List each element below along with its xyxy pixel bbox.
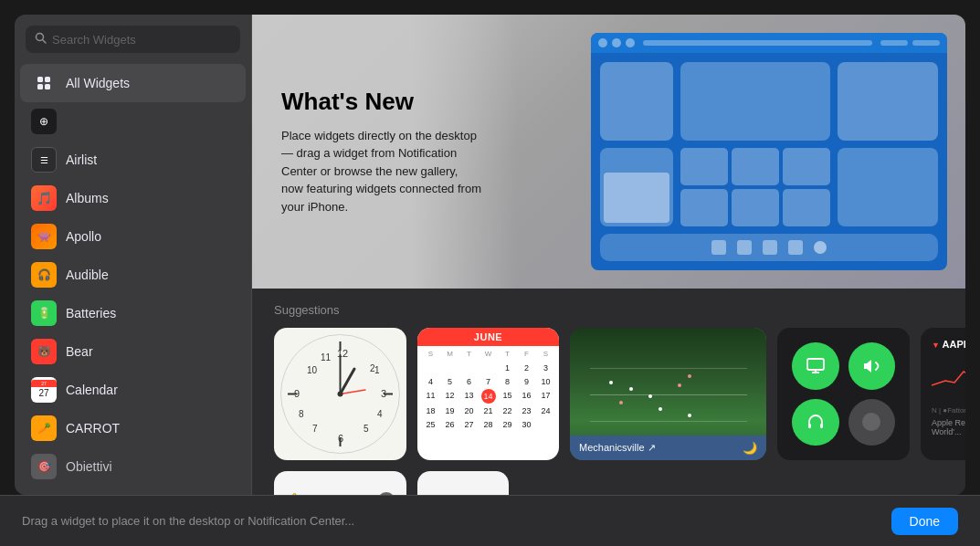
apollo-icon: 👾	[31, 224, 57, 249]
hero-section: What's New Place widgets directly on the…	[252, 15, 965, 289]
control-monitor[interactable]	[792, 342, 839, 390]
svg-text:3: 3	[381, 388, 386, 399]
sidebar-item-audible[interactable]: 🎧 Audible	[20, 256, 246, 294]
sidebar-item-audible-label: Audible	[66, 268, 109, 282]
monitor-icon	[806, 356, 826, 376]
carrot-icon: 🥕	[31, 415, 57, 441]
mockup-widget-1	[600, 62, 673, 141]
stocks-description: Apple Retains Crown as World'...	[932, 418, 965, 436]
clock-face-svg: 12 6 9 3 2 11 10 8 7 5 4 1	[274, 328, 406, 460]
sidebar-item-albums-label: Albums	[66, 191, 109, 205]
svg-point-26	[338, 392, 343, 397]
stocks-chart	[932, 353, 965, 403]
weather-moon-icon: 🌙	[743, 441, 757, 455]
sidebar-list: All Widgets ⊕ ☰ Airlist 🎵	[15, 64, 251, 484]
sidebar-item-calendar[interactable]: 27 27 Calendar	[20, 371, 246, 409]
stocks-header: ▼ AAPL 183.31	[932, 339, 965, 350]
footer-instruction: Drag a widget to place it on the desktop…	[22, 514, 354, 528]
calendar-widget[interactable]: JUNE S M T W T F S . . .	[417, 328, 559, 460]
calendar-icon: 27 27	[31, 377, 57, 403]
mockup-titlebar	[591, 33, 947, 53]
svg-rect-4	[37, 84, 43, 89]
sidebar-item-obiettivi[interactable]: 🎯 Obiettivi	[20, 447, 246, 484]
svg-rect-5	[45, 84, 50, 89]
stocks-widget[interactable]: ▼ AAPL 183.31 N | ●Fattoriale Apple Reta…	[921, 328, 965, 460]
stocks-sparkline	[932, 353, 965, 399]
svg-rect-3	[45, 77, 50, 82]
suggestions-title: Suggestions	[274, 303, 943, 317]
main-container: All Widgets ⊕ ☰ Airlist 🎵	[15, 15, 965, 495]
svg-text:6: 6	[338, 433, 343, 444]
svg-text:11: 11	[321, 352, 332, 362]
svg-text:5: 5	[364, 424, 369, 434]
svg-text:10: 10	[307, 365, 318, 375]
sidebar-item-batteries[interactable]: 🔋 Batteries	[20, 294, 246, 332]
stocks-down-icon: ▼	[932, 341, 940, 350]
stocks-source: N | ●Fattoriale	[932, 406, 965, 415]
hero-description: Place widgets directly on the desktop — …	[281, 127, 482, 216]
video-widget[interactable]: Mechanicsville ↗ 🌙	[570, 328, 766, 460]
desktop-mockup	[591, 33, 947, 270]
search-container	[15, 26, 251, 64]
main-content: What's New Place widgets directly on the…	[252, 15, 965, 495]
sidebar-item-airlist[interactable]: ☰ Airlist	[20, 141, 246, 179]
mockup-widget-2	[680, 62, 830, 141]
suggestions-row-2: 🔔 Reminders 0	[274, 471, 943, 495]
search-icon	[35, 31, 47, 47]
albums-icon: 🎵	[31, 185, 57, 211]
sidebar-item-apollo-label: Apollo	[66, 229, 101, 244]
suggestions-section: Suggestions 12	[252, 289, 965, 495]
clock-widget[interactable]: 12 6 9 3 2 11 10 8 7 5 4 1	[274, 328, 406, 460]
svg-rect-31	[820, 424, 823, 428]
svg-text:12: 12	[337, 348, 348, 359]
weather-overlay: Mechanicsville ↗ 🌙	[570, 436, 766, 460]
mockup-widget-center	[680, 148, 830, 226]
suggestions-row: 12 6 9 3 2 11 10 8 7 5 4 1	[274, 328, 943, 460]
obiettivi-icon: 🎯	[31, 454, 57, 479]
svg-text:1: 1	[374, 365, 380, 375]
reminders-card[interactable]: 🔔 Reminders 0	[274, 471, 406, 495]
control-speaker[interactable]	[848, 342, 896, 390]
sidebar-item-calendar-label: Calendar	[66, 383, 118, 397]
weather-location: Mechanicsville ↗	[579, 442, 656, 454]
sidebar-item-carrot[interactable]: 🥕 CARROT	[20, 409, 246, 447]
footer: Drag a widget to place it on the desktop…	[0, 495, 980, 546]
stocks-symbol: ▼ AAPL	[932, 339, 965, 350]
search-input[interactable]	[52, 33, 231, 47]
svg-rect-30	[808, 424, 811, 428]
svg-text:9: 9	[294, 388, 300, 399]
control-empty[interactable]	[848, 399, 896, 446]
svg-rect-2	[37, 77, 43, 82]
svg-rect-27	[807, 359, 824, 370]
mockup-expand-btn	[626, 38, 635, 47]
sidebar-item-obiettivi-label: Obiettivi	[66, 459, 112, 474]
svg-line-1	[43, 40, 47, 44]
sidebar-item-albums[interactable]: 🎵 Albums	[20, 179, 246, 217]
control-headphones[interactable]	[792, 399, 839, 446]
calendar-weekdays: S M T W T F S	[417, 346, 559, 362]
bear-icon: 🐻	[31, 339, 57, 364]
done-button[interactable]: Done	[891, 508, 958, 535]
partial-widget-card	[417, 471, 509, 495]
batteries-icon: 🔋	[31, 300, 57, 326]
all-widgets-icon	[31, 70, 57, 96]
airlist-icon: ☰	[31, 147, 57, 173]
sidebar-item-apollo[interactable]: 👾 Apollo	[20, 217, 246, 256]
hero-text-area: What's New Place widgets directly on the…	[252, 15, 517, 289]
sidebar-item-bear-label: Bear	[66, 344, 93, 359]
sidebar-item-bear[interactable]: 🐻 Bear	[20, 332, 246, 371]
sidebar-item-batteries-label: Batteries	[66, 306, 116, 320]
mockup-dock	[600, 234, 938, 261]
svg-text:8: 8	[299, 409, 304, 419]
sidebar-item-carrot-label: CARROT	[66, 421, 120, 436]
calendar-month-header: JUNE	[417, 328, 559, 346]
sidebar-item-app1[interactable]: ⊕	[20, 102, 246, 141]
svg-text:7: 7	[312, 424, 318, 434]
sidebar-item-all-widgets[interactable]: All Widgets	[20, 64, 246, 102]
audible-icon: 🎧	[31, 262, 57, 288]
svg-text:4: 4	[377, 409, 383, 419]
mockup-close-btn	[598, 38, 607, 47]
app1-icon: ⊕	[31, 109, 57, 134]
headphones-icon	[806, 412, 826, 432]
controls-widget[interactable]	[777, 328, 910, 460]
